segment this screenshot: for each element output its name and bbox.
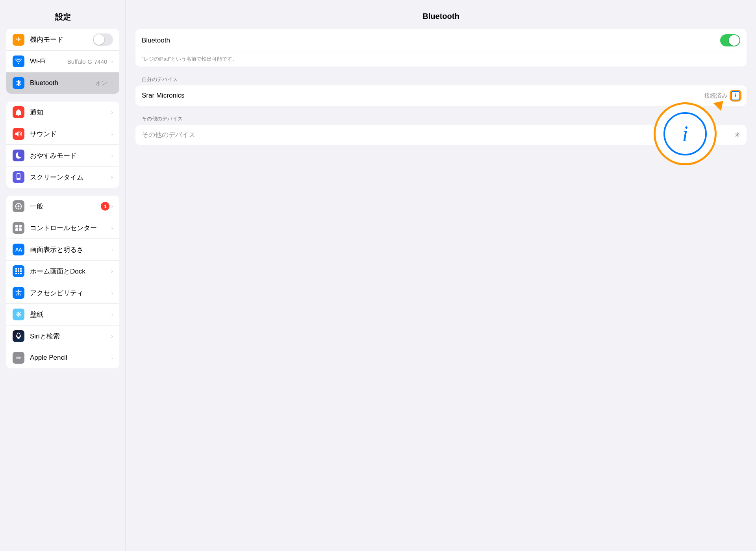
controlcenter-chevron: › — [111, 225, 113, 231]
sidebar-item-notifications[interactable]: 通知 › — [6, 102, 119, 123]
bluetooth-value: オン — [95, 80, 107, 87]
sidebar-item-general[interactable]: 一般 1 › — [6, 196, 119, 217]
wifi-icon — [13, 55, 24, 67]
wifi-label: Wi-Fi — [30, 57, 67, 65]
sounds-label: サウンド — [30, 129, 109, 139]
svg-rect-14 — [20, 270, 22, 272]
settings-group-connectivity: ✈ 機内モード Wi-Fi Buffalo-G-7440 › — [6, 29, 119, 94]
sidebar-item-display[interactable]: AA 画面表示と明るさ › — [6, 239, 119, 261]
other-devices-card: その他のデバイス ✳ — [135, 125, 747, 145]
siri-icon — [13, 330, 24, 342]
sidebar-item-siri[interactable]: Siriと検索 › — [6, 325, 119, 347]
bluetooth-toggle[interactable] — [720, 34, 740, 46]
wallpaper-chevron: › — [111, 311, 113, 318]
screentime-icon — [13, 171, 24, 183]
svg-point-18 — [18, 290, 19, 291]
siri-label: Siriと検索 — [30, 332, 109, 341]
svg-rect-8 — [19, 228, 22, 231]
screentime-label: スクリーンタイム — [30, 173, 109, 182]
airplane-toggle[interactable] — [93, 33, 113, 46]
sidebar: 設定 ✈ 機内モード Wi-Fi Buffalo-G-7440 › — [0, 0, 126, 551]
notifications-label: 通知 — [30, 108, 109, 117]
svg-rect-7 — [15, 228, 18, 231]
sidebar-title: 設定 — [0, 8, 126, 29]
applepencil-label: Apple Pencil — [30, 354, 109, 362]
settings-group-notifications: 通知 › サウンド › おやすみモード › — [6, 102, 119, 188]
sidebar-item-bluetooth[interactable]: Bluetooth オン › — [6, 72, 119, 94]
general-chevron: › — [111, 203, 113, 209]
my-devices-card: Srar Micronics 接続済み i — [135, 85, 747, 106]
sidebar-item-sounds[interactable]: サウンド › — [6, 123, 119, 145]
sidebar-item-airplane[interactable]: ✈ 機内モード — [6, 29, 119, 51]
sounds-chevron: › — [111, 131, 113, 137]
airplane-icon: ✈ — [13, 34, 24, 46]
siri-chevron: › — [111, 333, 113, 339]
other-devices-label: その他のデバイス — [142, 130, 734, 139]
svg-rect-5 — [15, 225, 18, 227]
general-badge: 1 — [101, 202, 109, 211]
svg-rect-17 — [20, 273, 22, 274]
svg-point-4 — [18, 205, 20, 207]
controlcenter-icon — [13, 222, 24, 234]
svg-rect-10 — [18, 268, 19, 270]
bluetooth-icon — [13, 77, 24, 89]
settings-group-general: 一般 1 › コントロールセンター › AA 画面表示と明るさ › — [6, 196, 119, 368]
accessibility-icon — [13, 287, 24, 299]
display-chevron: › — [111, 246, 113, 253]
screentime-chevron: › — [111, 174, 113, 180]
sidebar-item-wifi[interactable]: Wi-Fi Buffalo-G-7440 › — [6, 51, 119, 72]
general-icon — [13, 200, 24, 212]
sounds-icon — [13, 128, 24, 140]
accessibility-chevron: › — [111, 290, 113, 296]
main-title: Bluetooth — [126, 8, 756, 29]
other-devices-header: その他のデバイス — [135, 109, 747, 125]
applepencil-chevron: › — [111, 355, 113, 361]
svg-rect-15 — [15, 273, 17, 274]
device-status: 接続済み — [704, 92, 728, 100]
sidebar-item-screentime[interactable]: スクリーンタイム › — [6, 166, 119, 188]
wifi-chevron: › — [111, 58, 113, 65]
controlcenter-label: コントロールセンター — [30, 224, 109, 233]
airplane-label: 機内モード — [30, 35, 93, 44]
sidebar-item-homescreen[interactable]: ホーム画面とDock › — [6, 261, 119, 282]
loading-spinner: ✳ — [734, 131, 740, 139]
bluetooth-chevron: › — [111, 80, 113, 86]
display-icon: AA — [13, 244, 24, 255]
other-devices-row: その他のデバイス ✳ — [135, 125, 747, 145]
accessibility-label: アクセシビリティ — [30, 288, 109, 298]
sidebar-item-applepencil[interactable]: ✏ Apple Pencil › — [6, 347, 119, 368]
svg-rect-11 — [20, 268, 22, 270]
sidebar-item-accessibility[interactable]: アクセシビリティ › — [6, 282, 119, 304]
svg-rect-2 — [17, 178, 20, 179]
bluetooth-description: "レジのiPad"という名前で検出可能です。 — [142, 52, 740, 67]
wallpaper-label: 壁紙 — [30, 310, 109, 319]
svg-point-19 — [17, 333, 20, 338]
content-area: Bluetooth "レジのiPad"という名前で検出可能です。 自分のデバイス… — [126, 29, 756, 551]
my-devices-header: 自分のデバイス — [135, 70, 747, 85]
svg-rect-13 — [18, 270, 19, 272]
donotdisturb-label: おやすみモード — [30, 151, 109, 160]
svg-rect-12 — [15, 270, 17, 272]
donotdisturb-chevron: › — [111, 152, 113, 159]
device-name: Srar Micronics — [142, 92, 704, 100]
applepencil-icon: ✏ — [13, 352, 24, 364]
display-label: 画面表示と明るさ — [30, 245, 109, 254]
sidebar-item-wallpaper[interactable]: ❋ 壁紙 › — [6, 304, 119, 325]
homescreen-icon — [13, 265, 24, 277]
notifications-chevron: › — [111, 109, 113, 115]
svg-rect-16 — [18, 273, 19, 274]
bluetooth-card: Bluetooth "レジのiPad"という名前で検出可能です。 — [135, 29, 747, 67]
bluetooth-toggle-row: Bluetooth — [142, 29, 740, 52]
wallpaper-icon: ❋ — [13, 309, 24, 320]
sidebar-item-controlcenter[interactable]: コントロールセンター › — [6, 217, 119, 239]
device-info-button[interactable]: i — [731, 91, 740, 100]
general-label: 一般 — [30, 202, 65, 211]
donotdisturb-icon — [13, 150, 24, 161]
sidebar-item-donotdisturb[interactable]: おやすみモード › — [6, 145, 119, 166]
notifications-icon — [13, 106, 24, 118]
main-content: Bluetooth Bluetooth "レジのiPad"という名前で検出可能で… — [126, 0, 756, 551]
device-row-srar[interactable]: Srar Micronics 接続済み i — [135, 85, 747, 106]
homescreen-chevron: › — [111, 268, 113, 274]
svg-rect-9 — [15, 268, 17, 270]
svg-rect-6 — [19, 225, 22, 227]
